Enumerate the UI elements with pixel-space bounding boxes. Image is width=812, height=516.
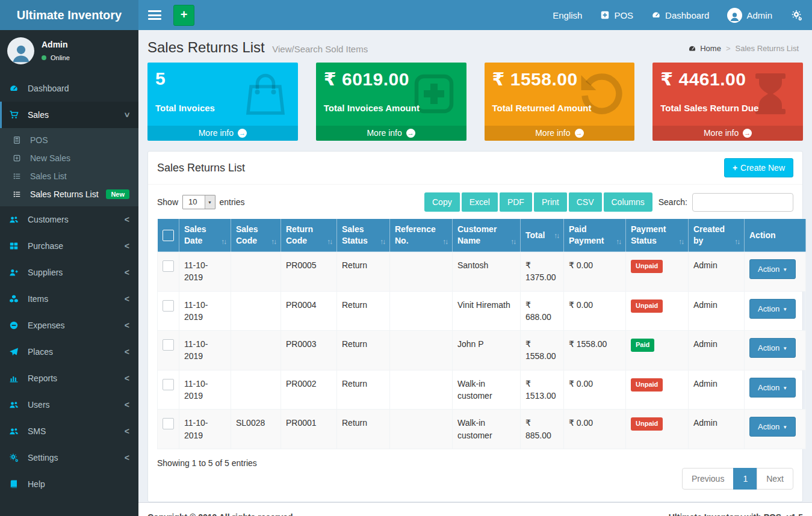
column-header-reference-no[interactable]: Reference No.↑↓: [390, 219, 453, 252]
sidebar-item-customers[interactable]: Customers <: [0, 206, 138, 233]
chevron-left-icon: <: [125, 321, 129, 330]
select-all-checkbox[interactable]: [163, 230, 174, 241]
row-checkbox[interactable]: [163, 260, 174, 272]
more-info-link[interactable]: More info →: [147, 126, 298, 141]
sidebar-item-new-sales[interactable]: New Sales: [0, 149, 138, 167]
sidebar-item-reports[interactable]: Reports <: [0, 365, 138, 392]
action-dropdown-button[interactable]: Action▼: [749, 417, 796, 437]
column-header-sales-status[interactable]: Sales Status↑↓: [337, 219, 390, 252]
status-badge: Unpaid: [631, 378, 663, 392]
column-header-payment-status[interactable]: Payment Status↑↓: [626, 219, 689, 252]
row-checkbox[interactable]: [163, 339, 174, 351]
quick-add-button[interactable]: +: [173, 5, 194, 26]
column-header-sales-code[interactable]: Sales Code↑↓: [231, 219, 281, 252]
sidebar-item-sales-list[interactable]: Sales List: [0, 167, 138, 185]
search-input[interactable]: [692, 193, 793, 212]
breadcrumb-home[interactable]: Home: [688, 44, 721, 53]
chevron-down-icon: <: [123, 112, 131, 117]
chevron-left-icon: <: [125, 401, 129, 409]
pdf-button[interactable]: PDF: [500, 192, 532, 212]
more-info-link[interactable]: More info →: [652, 126, 803, 141]
sidebar-item-purchase[interactable]: Purchase <: [0, 233, 138, 259]
sidebar-item-items[interactable]: Items <: [0, 286, 138, 312]
new-badge: New: [106, 189, 129, 199]
sidebar-item-places[interactable]: Places <: [0, 339, 138, 365]
action-dropdown-button[interactable]: Action▼: [749, 299, 796, 319]
status-badge: Unpaid: [631, 260, 663, 273]
pagination: Previous 1 Next: [148, 468, 802, 502]
sidebar-item-dashboard[interactable]: Dashboard: [0, 75, 138, 102]
sidebar: Admin Online Dashboard Sales < POS: [0, 30, 138, 516]
sidebar-item-suppliers[interactable]: Suppliers <: [0, 259, 138, 286]
plus-icon: +: [733, 163, 737, 173]
create-new-button[interactable]: + Create New: [724, 158, 793, 177]
page-footer: Copyright © 2019 All rights reserved. Ul…: [138, 502, 812, 516]
action-dropdown-button[interactable]: Action▼: [749, 259, 796, 279]
nav-user-menu[interactable]: Admin: [727, 8, 772, 23]
sort-icon: ↑↓: [327, 238, 332, 247]
chevron-left-icon: <: [125, 427, 129, 435]
nav-language[interactable]: English: [553, 10, 582, 20]
content-header: Sales Returns List View/Search Sold Item…: [138, 30, 812, 60]
more-info-link[interactable]: More info →: [485, 126, 635, 141]
card-total-returned-amount: ₹ 1558.00 Total Returned Amount More inf…: [485, 63, 635, 141]
column-header-paid-payment[interactable]: Paid Payment↑↓: [564, 219, 626, 252]
column-header-created-by[interactable]: Created by↑↓: [689, 219, 745, 252]
columns-button[interactable]: Columns: [604, 192, 652, 212]
copy-button[interactable]: Copy: [424, 192, 460, 212]
arrow-circle-right-icon: →: [238, 129, 247, 138]
previous-page-button[interactable]: Previous: [682, 468, 734, 490]
card-total-sales-return-due: ₹ 4461.00 Total Sales Return Due More in…: [652, 63, 803, 141]
chevron-left-icon: <: [125, 242, 129, 250]
tachometer-icon: [651, 10, 661, 20]
nav-settings[interactable]: [790, 9, 802, 21]
sales-submenu: POS New Sales Sales List Sales Returns L…: [0, 128, 138, 206]
action-dropdown-button[interactable]: Action▼: [749, 378, 796, 398]
sort-icon: ↑↓: [510, 238, 515, 247]
version-text: Ultimate Inventory with POS -v1.5: [669, 512, 803, 516]
card-value: ₹ 6019.00: [324, 69, 459, 90]
export-buttons: Copy Excel PDF Print CSV Columns: [424, 192, 652, 212]
column-header-customer-name[interactable]: Customer Name↑↓: [453, 219, 521, 252]
row-checkbox[interactable]: [163, 379, 174, 390]
row-checkbox[interactable]: [163, 300, 174, 312]
column-header-total[interactable]: Total↑↓: [521, 219, 564, 252]
sidebar-item-sms[interactable]: SMS <: [0, 418, 138, 444]
nav-pos[interactable]: POS: [600, 10, 633, 20]
app-logo[interactable]: Ultimate Inventory: [0, 0, 138, 30]
cart-icon: [9, 110, 22, 120]
sidebar-item-expenses[interactable]: Expenses <: [0, 312, 138, 339]
sidebar-item-pos[interactable]: POS: [0, 131, 138, 149]
arrow-circle-right-icon: →: [743, 129, 752, 138]
csv-button[interactable]: CSV: [569, 192, 602, 212]
users-icon: [9, 426, 22, 436]
sidebar-item-help[interactable]: Help: [0, 471, 138, 497]
column-header-return-code[interactable]: Return Code↑↓: [281, 219, 337, 252]
sort-icon: ↑↓: [616, 238, 621, 247]
nav-dashboard[interactable]: Dashboard: [651, 10, 709, 20]
more-info-link[interactable]: More info →: [316, 126, 466, 141]
table-row: 11-10-2019 PR0004 Return Vinit Hiremath …: [158, 291, 806, 331]
grid-icon: [9, 241, 22, 251]
next-page-button[interactable]: Next: [757, 468, 793, 490]
print-button[interactable]: Print: [534, 192, 567, 212]
excel-button[interactable]: Excel: [462, 192, 498, 212]
show-label: Show: [157, 197, 178, 207]
card-label: Total Invoices Amount: [324, 103, 459, 118]
gears-icon: [790, 9, 802, 21]
sidebar-item-sales-returns-list[interactable]: Sales Returns List New: [0, 185, 138, 203]
copyright-text: Copyright © 2019 All rights reserved.: [147, 512, 296, 516]
action-dropdown-button[interactable]: Action▼: [749, 338, 796, 358]
column-header-sales-date[interactable]: Sales Date↑↓: [179, 219, 231, 252]
sidebar-toggle-icon[interactable]: [148, 10, 161, 20]
card-label: Total Invoices: [155, 103, 290, 118]
sidebar-item-sales[interactable]: Sales <: [0, 102, 138, 128]
sort-icon: ↑↓: [678, 238, 683, 247]
plus-square-icon: [600, 10, 610, 20]
sidebar-item-settings[interactable]: Settings <: [0, 444, 138, 471]
page-size-select[interactable]: 10 ▼: [182, 195, 215, 209]
page-1-button[interactable]: 1: [733, 468, 757, 490]
panel-title: Sales Returns List: [157, 162, 245, 174]
row-checkbox[interactable]: [163, 418, 174, 429]
sidebar-item-users[interactable]: Users <: [0, 392, 138, 418]
